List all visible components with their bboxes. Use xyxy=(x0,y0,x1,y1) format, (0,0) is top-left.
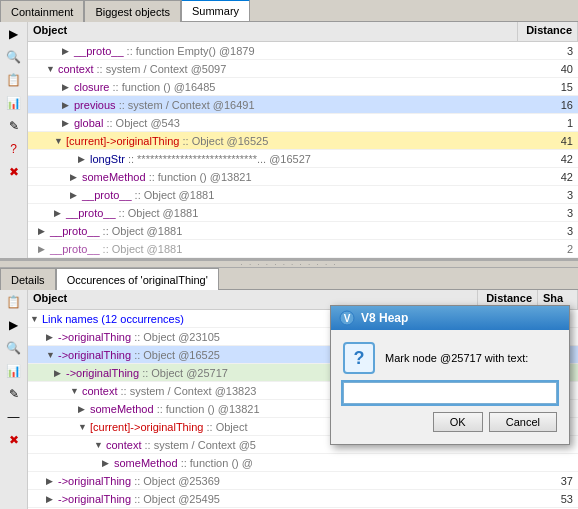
top-object-column-header: Object xyxy=(28,22,518,41)
node-label: ->originalThing xyxy=(58,349,131,361)
node-suffix: :: Object @1881 xyxy=(132,189,215,201)
table-row[interactable]: ▶ longStr :: ***************************… xyxy=(28,150,578,168)
distance-cell: 41 xyxy=(518,135,578,147)
expand-arrow[interactable]: ▶ xyxy=(62,82,74,92)
expand-arrow[interactable]: ▶ xyxy=(46,476,58,486)
expand-arrow[interactable]: ▼ xyxy=(70,386,82,396)
node-suffix: :: Object @1881 xyxy=(100,225,183,237)
distance-cell: 3 xyxy=(518,207,578,219)
ok-button[interactable]: OK xyxy=(433,412,483,432)
distance-cell: 15 xyxy=(518,81,578,93)
mark-node-input[interactable] xyxy=(343,382,557,404)
node-label: someMethod xyxy=(82,171,146,183)
mark-node-dialog: V V8 Heap ? Mark node @25717 with text: … xyxy=(330,305,570,445)
sidebar-icon-search[interactable]: 🔍 xyxy=(4,47,24,67)
sidebar-icon-edit[interactable]: ✎ xyxy=(4,116,24,136)
bottom-sidebar-icon-search[interactable]: 🔍 xyxy=(4,338,24,358)
expand-arrow[interactable]: ▼ xyxy=(78,422,90,432)
table-row[interactable]: ▼ context :: system / Context @5097 40 xyxy=(28,60,578,78)
table-row[interactable]: ▶ global :: Object @543 1 xyxy=(28,114,578,132)
node-suffix: :: ****************************... @1652… xyxy=(125,153,311,165)
expand-arrow[interactable]: ▶ xyxy=(62,118,74,128)
expand-arrow[interactable]: ▶ xyxy=(78,154,90,164)
distance-cell: 37 xyxy=(518,475,578,487)
distance-cell: 40 xyxy=(518,63,578,75)
sidebar-icon-play[interactable]: ▶ xyxy=(4,24,24,44)
top-distance-column-header: Distance xyxy=(518,22,578,41)
node-suffix: :: Object @16525 xyxy=(131,349,220,361)
sidebar-icon-copy[interactable]: 📋 xyxy=(4,70,24,90)
expand-arrow[interactable]: ▶ xyxy=(62,100,74,110)
node-label: ->originalThing xyxy=(58,493,131,505)
expand-arrow[interactable]: ▶ xyxy=(70,172,82,182)
bottom-left-sidebar: 📋 ▶ 🔍 📊 ✎ — ✖ xyxy=(0,290,28,509)
distance-cell: 3 xyxy=(518,225,578,237)
expand-arrow[interactable]: ▶ xyxy=(70,190,82,200)
node-suffix: :: Object @23105 xyxy=(131,331,220,343)
expand-arrow[interactable]: ▼ xyxy=(30,314,42,324)
node-suffix: :: Object @1881 xyxy=(100,243,183,255)
table-row[interactable]: ▶ __proto__ :: Object @1881 2 xyxy=(28,240,578,258)
question-icon: ? xyxy=(343,342,375,374)
tab-summary[interactable]: Summary xyxy=(181,0,250,21)
tab-containment[interactable]: Containment xyxy=(0,0,84,22)
bottom-sidebar-icon-play[interactable]: ▶ xyxy=(4,315,24,335)
list-item[interactable]: ▶ ->originalThing :: Object @25369 37 xyxy=(28,472,578,490)
expand-arrow[interactable]: ▶ xyxy=(62,46,74,56)
bottom-sidebar-icon-edit[interactable]: ✎ xyxy=(4,384,24,404)
table-row[interactable]: ▶ previous :: system / Context @16491 16 xyxy=(28,96,578,114)
bottom-sidebar-icon-close[interactable]: ✖ xyxy=(4,430,24,450)
tab-details[interactable]: Details xyxy=(0,268,56,290)
distance-cell: 1 xyxy=(518,117,578,129)
top-panel: ▶ 🔍 📋 📊 ✎ ? ✖ Object Distance xyxy=(0,22,578,260)
table-row[interactable]: ▶ someMethod :: function () @13821 42 xyxy=(28,168,578,186)
table-row[interactable]: ▼ [current]->originalThing :: Object @16… xyxy=(28,132,578,150)
expand-arrow[interactable]: ▼ xyxy=(46,64,58,74)
node-label: previous xyxy=(74,99,116,111)
node-label: __proto__ xyxy=(82,189,132,201)
expand-arrow[interactable]: ▶ xyxy=(46,332,58,342)
node-suffix: :: Object @16525 xyxy=(179,135,268,147)
bottom-sidebar-icon-minus[interactable]: — xyxy=(4,407,24,427)
top-tab-bar: Containment Biggest objects Summary xyxy=(0,0,578,22)
expand-arrow[interactable]: ▶ xyxy=(38,226,50,236)
sidebar-icon-help[interactable]: ? xyxy=(4,139,24,159)
bottom-sidebar-icon-copy[interactable]: 📋 xyxy=(4,292,24,312)
table-row[interactable]: ▶ __proto__ :: Object @1881 3 xyxy=(28,204,578,222)
table-row[interactable]: ▶ closure :: function () @16485 15 xyxy=(28,78,578,96)
node-suffix: :: Object @25495 xyxy=(131,493,220,505)
distance-cell: 3 xyxy=(518,45,578,57)
expand-arrow[interactable]: ▶ xyxy=(54,368,66,378)
sidebar-icon-close[interactable]: ✖ xyxy=(4,162,24,182)
list-item[interactable]: ▶ ->originalThing :: Object @25495 53 xyxy=(28,490,578,508)
bottom-tab-bar: Details Occurences of 'originalThing' xyxy=(0,268,578,290)
distance-cell: 53 xyxy=(518,493,578,505)
expand-arrow[interactable]: ▶ xyxy=(78,404,90,414)
bottom-sidebar-icon-chart[interactable]: 📊 xyxy=(4,361,24,381)
expand-arrow[interactable]: ▼ xyxy=(46,350,58,360)
expand-arrow[interactable]: ▶ xyxy=(102,458,114,468)
list-item[interactable]: ▶ someMethod :: function () @ xyxy=(28,454,578,472)
distance-cell: 16 xyxy=(518,99,578,111)
node-suffix: :: function () @13821 xyxy=(146,171,252,183)
expand-arrow[interactable]: ▼ xyxy=(94,440,106,450)
cancel-button[interactable]: Cancel xyxy=(489,412,557,432)
table-row[interactable]: ▶ __proto__ :: function Empty() @1879 3 xyxy=(28,42,578,60)
expand-arrow[interactable]: ▶ xyxy=(46,494,58,504)
panel-splitter[interactable]: · · · · · · · · · · · · xyxy=(0,260,578,268)
expand-arrow[interactable]: ▶ xyxy=(38,244,50,254)
dialog-message-text: Mark node @25717 with text: xyxy=(385,352,528,364)
dialog-message-row: ? Mark node @25717 with text: xyxy=(343,342,557,374)
table-row[interactable]: ▶ __proto__ :: Object @1881 3 xyxy=(28,186,578,204)
table-row[interactable]: ▶ __proto__ :: Object @1881 3 xyxy=(28,222,578,240)
dialog-buttons: OK Cancel xyxy=(343,412,557,432)
tab-occurrences[interactable]: Occurences of 'originalThing' xyxy=(56,268,219,290)
expand-arrow[interactable]: ▼ xyxy=(54,136,66,146)
tab-biggest-objects[interactable]: Biggest objects xyxy=(84,0,181,22)
node-label: ->originalThing xyxy=(58,475,131,487)
node-label: ->originalThing xyxy=(66,367,139,379)
node-label: someMethod xyxy=(114,457,178,469)
expand-arrow[interactable]: ▶ xyxy=(54,208,66,218)
sidebar-icon-chart[interactable]: 📊 xyxy=(4,93,24,113)
top-tree-header: Object Distance xyxy=(28,22,578,42)
